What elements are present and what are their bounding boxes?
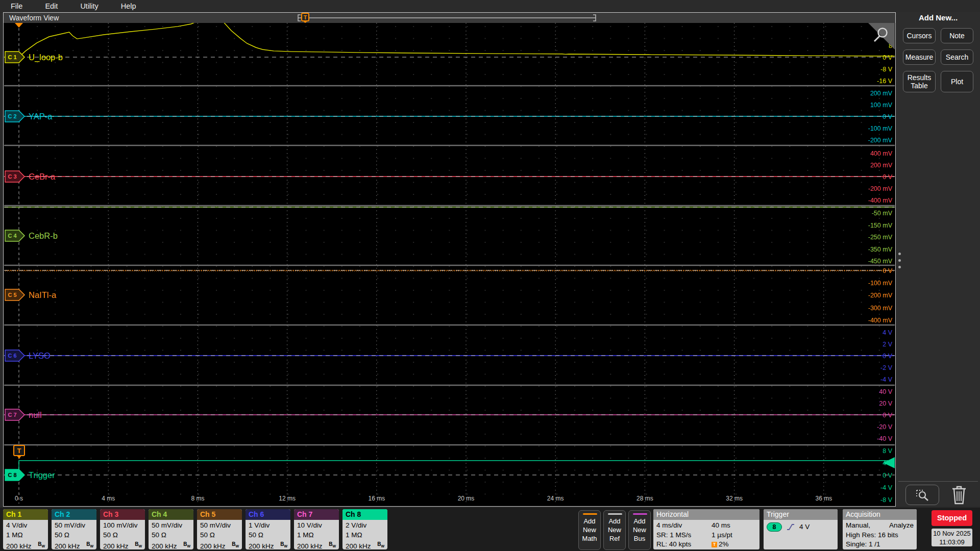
scale-label: -450 mV — [868, 258, 893, 265]
channel-settings-badge-ch4[interactable]: Ch 450 mV/div50 Ω200 kHzBW — [149, 509, 193, 549]
svg-text:C 2: C 2 — [8, 113, 16, 119]
scale-label: 0 V — [883, 412, 892, 419]
bandwidth-limit-icon: BW — [377, 540, 384, 549]
svg-text:C 7: C 7 — [8, 412, 16, 418]
waveform-display: 80 V-8 V-16 VC 1U_loop-b200 mV100 mV0 V-… — [4, 23, 895, 504]
acquisition-badge[interactable]: Acquisition Manual, Analyze High Res: 16… — [843, 509, 917, 549]
channel-settings-badge-ch7[interactable]: Ch 710 V/div1 MΩ200 kHzBW — [294, 509, 339, 549]
scale-label: 20 V — [879, 400, 892, 407]
channel-badge-title: Ch 2 — [52, 509, 96, 520]
side-panel-divider — [898, 481, 978, 482]
channel-settings-badge-ch2[interactable]: Ch 250 mV/div50 Ω200 kHzBW — [52, 509, 96, 549]
search-button[interactable]: Search — [941, 49, 973, 65]
scale-label: 4 V — [883, 329, 892, 336]
bandwidth: 200 kHz — [152, 542, 177, 549]
cursors-button[interactable]: Cursors — [903, 28, 936, 43]
acquisition-single: Single: 1 /1 — [846, 540, 914, 549]
scale-label: -400 mV — [868, 197, 893, 204]
results-bar: Add New... CursorsNoteMeasureSearchResul… — [896, 12, 980, 507]
settings-bar: Ch 14 V/div1 MΩ200 kHzBWCh 250 mV/div50 … — [0, 508, 980, 551]
scale-label: 100 mV — [870, 102, 893, 109]
svg-text:C 3: C 3 — [8, 173, 16, 180]
date-text: 10 Nov 2025 — [932, 529, 972, 538]
channel-name-CeBr-a: CeBr-a — [29, 172, 56, 181]
menu-edit[interactable]: Edit — [45, 2, 58, 10]
menu-utility[interactable]: Utility — [80, 2, 98, 10]
accent-line — [633, 513, 647, 515]
svg-text:C 1: C 1 — [8, 54, 16, 60]
vertical-scale: 50 mV/div — [152, 521, 191, 531]
channel-name-Trigger: Trigger — [29, 470, 55, 480]
time-axis-label: 12 ms — [279, 495, 296, 502]
channel-settings-badge-ch3[interactable]: Ch 3100 mV/div50 Ω200 kHzBW — [100, 509, 145, 549]
horizontal-row: RL: 40 kptsT2% — [656, 540, 756, 549]
menu-file[interactable]: File — [11, 2, 22, 10]
channel-settings-badge-ch8[interactable]: Ch 82 V/div1 MΩ200 kHzBW — [342, 509, 387, 549]
scale-label: -150 mV — [868, 222, 893, 229]
channel-name-LYSO: LYSO — [29, 351, 51, 360]
scale-label: -350 mV — [868, 246, 893, 253]
vertical-scale: 50 mV/div — [55, 521, 94, 531]
channel-badge-settings: 50 mV/div50 Ω200 kHzBW — [52, 520, 96, 549]
channel-settings-badge-ch1[interactable]: Ch 14 V/div1 MΩ200 kHzBW — [3, 509, 48, 549]
grid-dots — [4, 23, 895, 504]
channel-settings-badge-ch5[interactable]: Ch 550 mV/div50 Ω200 kHzBW — [197, 509, 242, 549]
scale-label: -300 mV — [868, 305, 893, 312]
channel-badge-title: Ch 6 — [246, 509, 290, 520]
bandwidth-limit-icon: BW — [38, 540, 45, 549]
svg-text:C 5: C 5 — [8, 292, 16, 298]
bandwidth-limit-icon: BW — [232, 540, 239, 549]
trash-button[interactable] — [947, 484, 971, 506]
panel-splitter-handle[interactable] — [898, 253, 901, 268]
time-axis-label: 8 ms — [191, 495, 204, 502]
plot-button[interactable]: Plot — [941, 71, 973, 92]
record-view-bar[interactable]: T — [295, 13, 601, 23]
channel-badge-settings: 100 mV/div50 Ω200 kHzBW — [100, 520, 145, 549]
bandwidth-limit-icon: BW — [280, 540, 287, 549]
vertical-scale: 50 mV/div — [200, 521, 240, 531]
horizontal-badge[interactable]: Horizontal 4 ms/div40 msSR: 1 MS/s1 µs/p… — [653, 509, 760, 549]
svg-text:C 4: C 4 — [8, 233, 17, 239]
scale-label: -2 V — [880, 364, 893, 371]
scale-label: -400 mV — [868, 317, 893, 324]
termination: 50 Ω — [200, 531, 240, 540]
splitter-dot — [898, 266, 901, 268]
menu-bar: File Edit Utility Help — [0, 0, 980, 12]
run-stop-status-button[interactable]: Stopped — [932, 510, 972, 526]
time-axis-label: 32 ms — [726, 495, 743, 502]
channel-badge-title: Ch 8 — [342, 509, 387, 520]
measure-button[interactable]: Measure — [903, 49, 936, 65]
scale-label: -4 V — [880, 376, 893, 383]
channel-settings-badge-ch6[interactable]: Ch 61 V/div50 Ω200 kHzBW — [246, 509, 290, 549]
note-button[interactable]: Note — [941, 28, 973, 43]
scale-label: -250 mV — [868, 234, 893, 241]
trigger-badge[interactable]: Trigger 8 4 V — [764, 509, 838, 549]
svg-text:C 6: C 6 — [8, 353, 16, 359]
scale-label: 200 mV — [870, 162, 893, 169]
accent-line — [608, 513, 622, 515]
scale-label: -200 mV — [868, 292, 893, 299]
channel-badge-settings: 10 V/div1 MΩ200 kHzBW — [294, 520, 339, 549]
vertical-scale: 100 mV/div — [103, 521, 143, 531]
add-new-ref-button[interactable]: AddNewRef — [603, 510, 626, 550]
scale-label: 400 mV — [870, 150, 893, 157]
results-table-button[interactable]: Results Table — [903, 71, 936, 92]
zoom-select-button[interactable] — [905, 485, 939, 505]
time-text: 11:03:09 — [932, 538, 972, 546]
bandwidth: 200 kHz — [55, 542, 80, 549]
scale-label: 0 V — [883, 54, 892, 61]
channel-name-YAP-a: YAP-a — [29, 112, 53, 121]
time-axis-label: 28 ms — [636, 495, 653, 502]
add-new-math-button[interactable]: AddNewMath — [578, 510, 601, 550]
acquisition-mode: Manual, — [846, 521, 870, 531]
trigger-position-icon: T — [712, 542, 717, 547]
add-new-button-grid: CursorsNoteMeasureSearchResults TablePlo… — [896, 28, 980, 92]
vertical-scale: 1 V/div — [249, 521, 288, 531]
termination: 1 MΩ — [297, 531, 337, 540]
scale-label: -4 V — [880, 484, 893, 491]
time-axis-label: 20 ms — [458, 495, 475, 502]
record-bar-trigger-letter: T — [304, 14, 307, 20]
bandwidth: 200 kHz — [103, 542, 129, 549]
add-new-bus-button[interactable]: AddNewBus — [628, 510, 651, 550]
menu-help[interactable]: Help — [121, 2, 136, 10]
